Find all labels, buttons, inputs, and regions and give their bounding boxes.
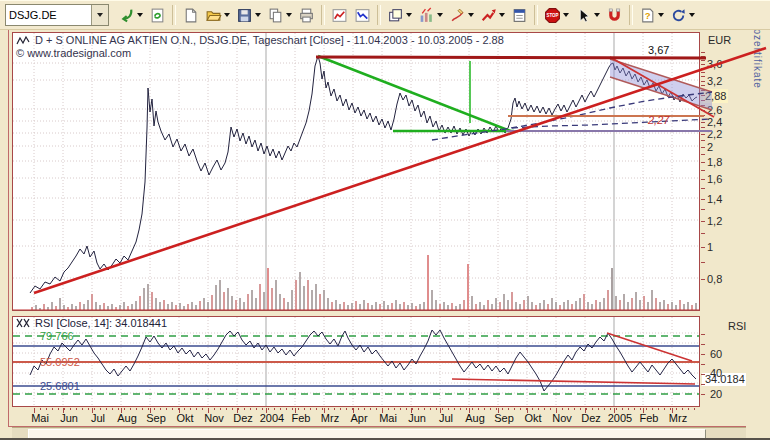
axis-tick <box>701 140 705 141</box>
current-price-label: 2,88 <box>703 89 728 103</box>
rsi-indicator-pane[interactable]: 79.76655.095225.6801 <box>12 316 700 407</box>
chevron-down-icon <box>97 13 103 17</box>
axis-tick <box>701 72 705 73</box>
combobox-dropdown-button[interactable] <box>91 5 108 25</box>
time-tick <box>472 408 473 410</box>
axis-tick <box>701 134 705 135</box>
copy-button[interactable] <box>265 3 294 27</box>
rsi-axis-title: RSI <box>728 319 746 333</box>
time-tick <box>148 408 149 410</box>
price-tick-label: 1,8 <box>707 155 722 169</box>
time-tick <box>160 408 161 410</box>
price-chart-pane[interactable] <box>12 32 700 311</box>
axis-tick <box>701 384 705 385</box>
axis-tick <box>701 60 705 61</box>
pen-icon <box>449 7 466 24</box>
price-tick-label: 2 <box>707 140 713 154</box>
indicators-button[interactable] <box>416 3 445 27</box>
apply-symbol-button[interactable] <box>116 3 145 27</box>
time-tick <box>304 408 305 410</box>
save-button[interactable] <box>234 3 263 27</box>
chart-blue-button[interactable] <box>352 3 373 27</box>
axis-tick <box>701 209 705 210</box>
time-tick <box>538 408 539 410</box>
open-folder-icon <box>205 7 222 24</box>
refresh-doc-icon <box>149 7 166 24</box>
chevron-down-icon <box>437 13 443 17</box>
symbol-input[interactable] <box>6 5 91 25</box>
time-tick <box>70 408 71 410</box>
price-tick-label: 2,2 <box>707 127 722 141</box>
price-tick-label: 3,2 <box>707 74 722 88</box>
script-button[interactable]: ? <box>637 3 666 27</box>
print-button[interactable] <box>296 3 317 27</box>
chart-blue-icon <box>354 7 371 24</box>
time-tick <box>652 408 653 410</box>
axis-tick <box>701 81 705 82</box>
time-tick <box>592 408 593 410</box>
time-tick <box>628 408 629 410</box>
time-tick <box>520 408 521 410</box>
axis-tick <box>701 364 705 365</box>
chevron-down-icon <box>594 13 600 17</box>
axis-tick <box>701 90 705 91</box>
trend-icon <box>480 7 497 24</box>
window-layout-button[interactable] <box>385 3 414 27</box>
chevron-down-icon <box>658 13 664 17</box>
magnet-mode-button[interactable] <box>604 3 625 27</box>
time-tick <box>136 408 137 410</box>
time-tick <box>478 408 479 410</box>
time-tick <box>568 408 569 410</box>
new-doc-icon <box>182 7 199 24</box>
time-tick <box>214 408 215 410</box>
time-tick <box>76 408 77 410</box>
chevron-down-icon <box>563 13 569 17</box>
time-tick <box>610 408 611 410</box>
time-tick <box>550 408 551 410</box>
time-tick <box>130 408 131 410</box>
axis-tick <box>701 100 705 101</box>
svg-text:25.6801: 25.6801 <box>40 380 80 392</box>
time-tick <box>484 408 485 410</box>
reload-icon <box>670 7 687 24</box>
stop-button[interactable]: STOP <box>542 3 571 27</box>
time-tick <box>466 408 467 410</box>
time-tick <box>622 408 623 410</box>
draw-tools-button[interactable] <box>447 3 476 27</box>
time-tick <box>544 408 545 410</box>
axis-tick <box>701 394 705 395</box>
price-axis: EUR 2,88 RSI 34.0184 3,63,22,62,42,221,8… <box>701 31 746 425</box>
time-tick <box>226 408 227 410</box>
price-tick-label: 3,6 <box>707 57 722 71</box>
chevron-down-icon <box>499 13 505 17</box>
time-tick <box>586 408 587 410</box>
time-tick <box>184 408 185 410</box>
time-tick <box>238 408 239 410</box>
time-tick <box>196 408 197 410</box>
pointer-tool-button[interactable] <box>573 3 602 27</box>
symbol-combobox[interactable] <box>5 4 109 26</box>
axis-tick <box>701 188 705 189</box>
axis-tick <box>701 122 705 123</box>
open-button[interactable] <box>203 3 232 27</box>
refresh-chart-button[interactable] <box>147 3 168 27</box>
axis-tick <box>701 85 705 86</box>
reload-button[interactable] <box>668 3 697 27</box>
properties-button[interactable] <box>509 3 530 27</box>
rsi-tick-label: 60 <box>710 347 722 361</box>
rsi-tick-label: 40 <box>710 366 722 380</box>
trend-tools-button[interactable] <box>478 3 507 27</box>
new-chart-button[interactable] <box>180 3 201 27</box>
chevron-down-icon <box>137 13 143 17</box>
price-tick-label: 1,4 <box>707 192 722 206</box>
time-tick <box>646 408 647 410</box>
toolbar-separator <box>321 5 325 25</box>
time-tick <box>46 408 47 410</box>
time-tick <box>604 408 605 410</box>
time-tick <box>454 408 455 410</box>
time-tick <box>580 408 581 410</box>
chart-red-button[interactable] <box>329 3 350 27</box>
rsi-current-value: 34.0184 <box>702 373 748 386</box>
save-disk-icon <box>236 7 253 24</box>
axis-tick <box>701 233 705 234</box>
